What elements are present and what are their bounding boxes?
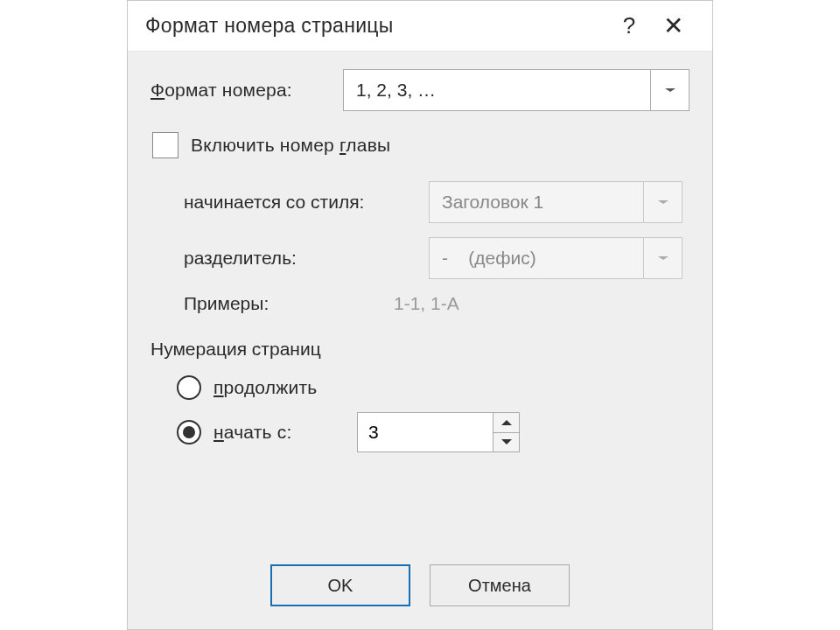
examples-value: 1-1, 1-A <box>394 293 459 314</box>
spinner-buttons <box>493 413 519 452</box>
chapter-style-value: Заголовок 1 <box>442 192 543 213</box>
spinner-up-button[interactable] <box>494 413 519 433</box>
help-button[interactable]: ? <box>607 1 651 52</box>
number-format-label: Формат номера: <box>150 80 343 101</box>
chapter-style-dropdown-button <box>643 182 682 222</box>
continue-label-accel: п <box>214 377 224 397</box>
start-at-radio[interactable] <box>177 420 201 444</box>
include-chapter-checkbox[interactable] <box>152 132 178 158</box>
dialog-body: Формат номера: 1, 2, 3, … Включить номер… <box>128 52 712 556</box>
number-format-label-accel: Ф <box>150 80 164 100</box>
help-icon: ? <box>623 12 635 39</box>
include-chapter-row: Включить номер главы <box>150 132 690 158</box>
spinner-down-button[interactable] <box>494 433 519 452</box>
separator-value: - (дефис) <box>442 248 536 269</box>
close-icon: ✕ <box>663 11 683 40</box>
chapter-options: начинается со стиля: Заголовок 1 раздели… <box>150 181 690 314</box>
arrow-down-icon <box>501 439 512 444</box>
separator-row: разделитель: - (дефис) <box>184 237 690 279</box>
continue-label: продолжить <box>214 377 317 398</box>
continue-radio-row: продолжить <box>150 375 690 400</box>
chevron-down-icon <box>658 200 668 204</box>
titlebar: Формат номера страницы ? ✕ <box>128 1 712 52</box>
close-button[interactable]: ✕ <box>651 1 695 52</box>
include-chapter-label: Включить номер главы <box>191 135 390 156</box>
dialog-footer: OK Отмена <box>128 556 712 629</box>
start-at-label-text: ачать с: <box>224 422 292 442</box>
start-at-label: начать с: <box>214 422 318 443</box>
start-at-label-accel: н <box>214 422 224 442</box>
number-format-select[interactable]: 1, 2, 3, … <box>343 69 690 111</box>
chevron-down-icon <box>665 88 676 92</box>
page-number-format-dialog: Формат номера страницы ? ✕ Формат номера… <box>127 0 713 630</box>
continue-label-text: родолжить <box>224 377 318 397</box>
number-format-value: 1, 2, 3, … <box>356 80 436 101</box>
examples-label: Примеры: <box>184 293 394 314</box>
start-at-value[interactable]: 3 <box>358 413 493 452</box>
continue-radio[interactable] <box>177 375 201 400</box>
separator-select: - (дефис) <box>429 237 682 279</box>
cancel-button[interactable]: Отмена <box>430 564 570 606</box>
include-chapter-label-post: лавы <box>346 135 390 155</box>
chevron-down-icon <box>658 256 668 260</box>
start-at-spinner[interactable]: 3 <box>357 412 520 452</box>
start-at-radio-row: начать с: 3 <box>150 412 690 452</box>
number-format-dropdown-button[interactable] <box>650 70 689 110</box>
examples-row: Примеры: 1-1, 1-A <box>184 293 690 314</box>
number-format-label-text: ормат номера: <box>164 80 292 100</box>
include-chapter-label-pre: Включить номер <box>191 135 340 155</box>
chapter-style-label: начинается со стиля: <box>184 192 429 213</box>
separator-dropdown-button <box>643 238 682 278</box>
ok-button[interactable]: OK <box>270 564 410 606</box>
chapter-style-row: начинается со стиля: Заголовок 1 <box>184 181 690 223</box>
numbering-section-label: Нумерация страниц <box>150 339 690 360</box>
separator-label: разделитель: <box>184 248 429 269</box>
number-format-row: Формат номера: 1, 2, 3, … <box>150 69 690 111</box>
dialog-title: Формат номера страницы <box>145 14 607 38</box>
chapter-style-select: Заголовок 1 <box>429 181 682 223</box>
arrow-up-icon <box>501 420 512 425</box>
